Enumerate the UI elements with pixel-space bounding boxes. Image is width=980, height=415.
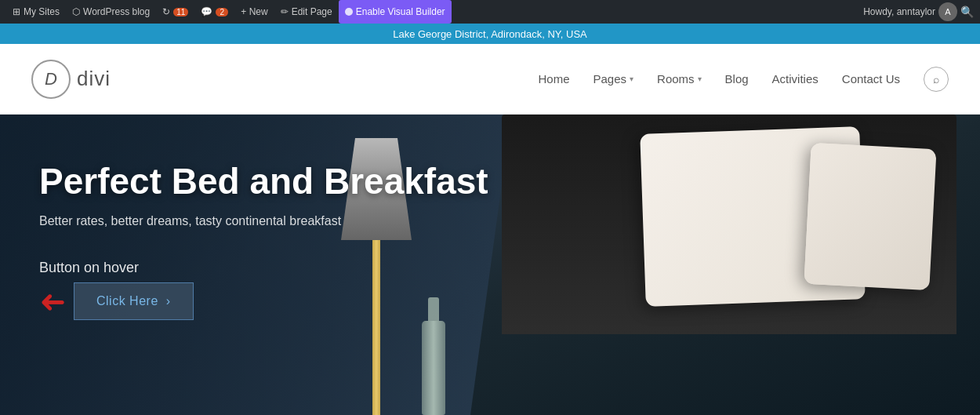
site-header: D divi Home Pages ▾ Rooms ▾ Blog Activit… [0, 44, 980, 115]
howdy-label: Howdy, anntaylor [863, 6, 935, 17]
hero-section: Perfect Bed and Breakfast Better rates, … [0, 115, 980, 415]
nav-activities[interactable]: Activities [772, 72, 818, 86]
location-bar: Lake George District, Adirondack, NY, US… [0, 24, 980, 44]
arrow-container: ➜ Click Here › [39, 282, 488, 320]
my-sites-menu[interactable]: ⊞ My Sites [6, 0, 66, 24]
logo-name: divi [77, 67, 111, 91]
hero-title: Perfect Bed and Breakfast [39, 162, 488, 202]
red-arrow-icon: ➜ [39, 286, 66, 317]
admin-bar: ⊞ My Sites ⬡ WordPress blog ↻ 11 💬 2 + N… [0, 0, 980, 24]
comments-badge: 2 [216, 8, 228, 16]
nav-blog[interactable]: Blog [725, 72, 749, 86]
wp-logo-icon: ⊞ [13, 6, 20, 17]
updates-icon: ↻ [162, 6, 170, 17]
wp-blog-menu[interactable]: ⬡ WordPress blog [66, 0, 156, 24]
vb-dot-icon [345, 8, 353, 16]
nav-home[interactable]: Home [539, 72, 570, 86]
new-content-menu[interactable]: + New [234, 0, 274, 24]
nav-contact-us[interactable]: Contact Us [842, 72, 900, 86]
comments-icon: 💬 [201, 6, 212, 17]
nav-rooms[interactable]: Rooms ▾ [657, 72, 702, 86]
cta-click-here-button[interactable]: Click Here › [74, 282, 194, 320]
edit-page-label: Edit Page [292, 6, 332, 17]
search-admin-icon[interactable]: 🔍 [960, 5, 974, 18]
my-sites-label: My Sites [24, 6, 60, 17]
rooms-chevron-icon: ▾ [698, 75, 702, 83]
hero-subtitle: Better rates, better dreams, tasty conti… [39, 214, 488, 228]
location-text: Lake George District, Adirondack, NY, US… [393, 28, 587, 40]
hover-label: Button on hover [39, 260, 488, 276]
new-label: + New [241, 6, 267, 17]
search-icon: ⌕ [933, 73, 939, 86]
pages-chevron-icon: ▾ [630, 75, 633, 83]
main-navigation: Home Pages ▾ Rooms ▾ Blog Activities Con… [539, 67, 949, 92]
enable-vb-label: Enable Visual Builder [356, 6, 445, 17]
user-avatar[interactable]: A [938, 2, 957, 21]
updates-menu[interactable]: ↻ 11 [156, 0, 194, 24]
pillow-small [804, 143, 936, 290]
cta-chevron-icon: › [166, 294, 171, 308]
edit-icon: ✏ [281, 6, 289, 17]
enable-visual-builder-button[interactable]: Enable Visual Builder [339, 0, 452, 24]
logo-letter: D [45, 69, 57, 89]
wp-blog-label: WordPress blog [83, 6, 150, 17]
logo-circle: D [31, 60, 71, 99]
site-search-button[interactable]: ⌕ [924, 67, 949, 92]
wp-icon: ⬡ [72, 6, 80, 17]
admin-bar-right: Howdy, anntaylor A 🔍 [863, 2, 974, 21]
hero-content: Perfect Bed and Breakfast Better rates, … [0, 115, 528, 373]
edit-page-button[interactable]: ✏ Edit Page [274, 0, 339, 24]
site-logo[interactable]: D divi [31, 60, 111, 99]
updates-badge: 11 [173, 8, 188, 16]
comments-menu[interactable]: 💬 2 [194, 0, 234, 24]
nav-pages[interactable]: Pages ▾ [593, 72, 634, 86]
cta-button-label: Click Here [96, 294, 158, 308]
